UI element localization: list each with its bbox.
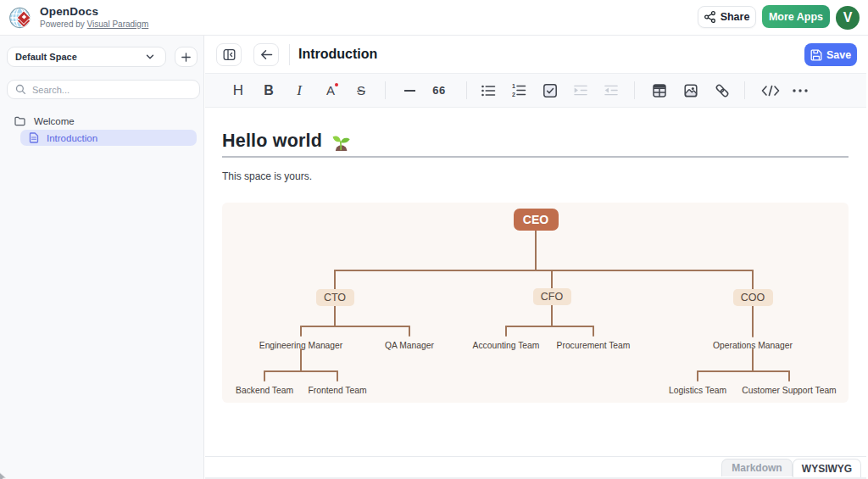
svg-text:1: 1: [512, 84, 515, 89]
svg-text:2: 2: [512, 92, 515, 97]
